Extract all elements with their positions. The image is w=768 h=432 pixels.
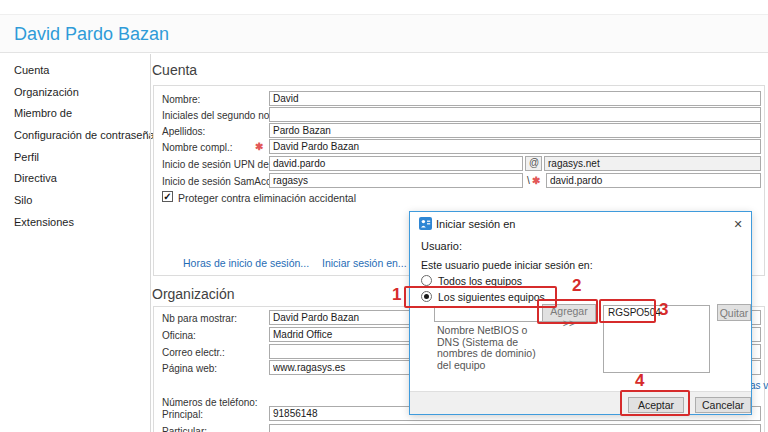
nombre-compl-field[interactable] <box>269 139 761 154</box>
annotation-step-2: 2 <box>572 276 581 296</box>
sidebar-item-extensiones[interactable]: Extensiones <box>14 216 74 228</box>
annotation-step-1: 1 <box>392 285 401 305</box>
annotation-box-3 <box>599 299 656 323</box>
particular-label: Particular: <box>162 426 207 432</box>
app-window: David Pardo Bazan Cuenta Organización Mi… <box>0 0 768 432</box>
at-symbol: @ <box>525 156 542 171</box>
protect-deletion-label: Proteger contra eliminación accidental <box>178 192 356 204</box>
iniciales-label: Iniciales del segundo nom... <box>162 110 286 121</box>
sidebar-divider <box>150 54 151 432</box>
required-asterisk-icon: ✱ <box>255 141 263 152</box>
apellidos-label: Apellidos: <box>162 126 205 137</box>
nb-mostrar-label: Nb para mostrar: <box>162 313 237 324</box>
sam-account-field[interactable] <box>546 173 761 188</box>
protect-deletion-checkbox[interactable]: ✓ <box>162 191 173 202</box>
sam-domain-field[interactable] <box>269 173 523 188</box>
sidebar-item-miembro-de[interactable]: Miembro de <box>14 107 72 119</box>
organizacion-section-header: Organización <box>152 286 235 302</box>
nombre-field[interactable] <box>269 91 761 106</box>
correo-label: Correo electr.: <box>162 347 225 358</box>
particular-field[interactable] <box>269 424 761 432</box>
sidebar-item-silo[interactable]: Silo <box>14 194 32 206</box>
sidebar-item-directiva[interactable]: Directiva <box>14 172 57 184</box>
annotation-step-4: 4 <box>635 371 644 391</box>
sidebar-item-perfil[interactable]: Perfil <box>14 151 39 163</box>
cuenta-section-header: Cuenta <box>152 62 197 78</box>
quitar-button[interactable]: Quitar <box>717 304 751 321</box>
radio-todos-los-equipos[interactable] <box>421 275 432 286</box>
nombre-label: Nombre: <box>162 94 200 105</box>
sidebar-item-organizacion[interactable]: Organización <box>14 86 79 98</box>
annotation-box-4 <box>620 390 690 416</box>
iniciar-sesion-en-link[interactable]: Iniciar sesión en... <box>322 257 407 269</box>
apellidos-field[interactable] <box>269 123 761 138</box>
nombre-compl-label: Nombre compl.: <box>162 142 233 153</box>
user-dialog-icon <box>419 217 432 230</box>
annotation-box-2 <box>537 299 598 324</box>
computer-name-input[interactable] <box>434 307 544 322</box>
pagina-web-label: Página web: <box>162 363 217 374</box>
telefonos-label: Números de teléfono: <box>162 397 258 408</box>
upn-field[interactable] <box>269 156 523 171</box>
netbios-hint-text: Nombre NetBIOS o DNS (Sistema de nombres… <box>437 325 551 371</box>
truncated-link-fragment[interactable]: as v <box>750 380 768 391</box>
oficina-label: Oficina: <box>162 330 196 341</box>
horas-inicio-sesion-link[interactable]: Horas de inicio de sesión... <box>183 257 309 269</box>
required-asterisk-icon: ✱ <box>532 175 540 186</box>
usuario-label: Usuario: <box>421 240 462 252</box>
instruction-text: Este usuario puede iniciar sesión en: <box>421 259 593 271</box>
principal-label: Principal: <box>162 409 203 420</box>
close-icon[interactable]: ✕ <box>730 216 746 232</box>
cancelar-button[interactable]: Cancelar <box>695 397 751 413</box>
annotation-box-1 <box>404 286 557 308</box>
annotation-step-3: 3 <box>659 300 668 320</box>
dialog-title: Iniciar sesión en <box>436 218 516 230</box>
sam-separator: \ <box>527 175 530 186</box>
page-title: David Pardo Bazan <box>14 24 169 45</box>
sidebar-item-cuenta[interactable]: Cuenta <box>14 64 49 76</box>
upn-domain-select[interactable]: ragasys.net <box>544 156 761 171</box>
sidebar-item-config-contrasena[interactable]: Configuración de contraseña <box>14 129 155 141</box>
iniciales-field[interactable] <box>269 107 761 122</box>
